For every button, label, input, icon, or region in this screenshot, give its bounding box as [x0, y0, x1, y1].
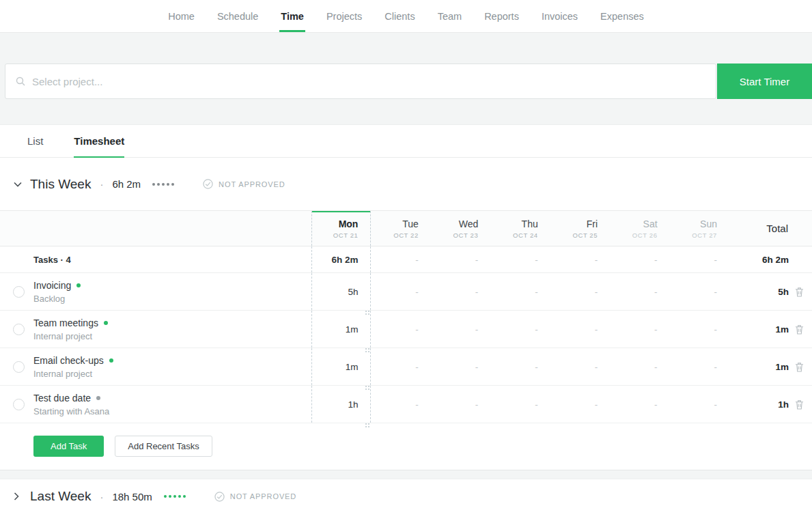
delete-task-icon[interactable]: [795, 399, 804, 410]
time-cell-fri[interactable]: -: [550, 386, 610, 423]
task-timer-radio[interactable]: [13, 361, 25, 373]
time-cell-wed[interactable]: -: [431, 311, 490, 348]
delete-task-icon[interactable]: [795, 287, 804, 297]
column-header-wed: Wed OCT 23: [431, 211, 490, 246]
time-cell-sat[interactable]: -: [610, 311, 669, 348]
column-header-sun: Sun OCT 27: [670, 211, 729, 246]
time-cell-tue[interactable]: -: [371, 273, 430, 310]
task-column-header: [0, 211, 311, 246]
task-total: 1m: [729, 348, 812, 385]
start-timer-button[interactable]: Start Timer: [717, 63, 812, 99]
check-circle-icon: [203, 179, 213, 189]
task-name: Invoicing: [33, 280, 81, 291]
task-row: Test due date Starting with Asana 1h - -…: [0, 386, 812, 423]
task-name: Test due date: [33, 393, 109, 404]
time-cell-fri[interactable]: -: [550, 348, 610, 385]
task-total: 1h: [729, 386, 812, 423]
time-cell-thu[interactable]: -: [490, 386, 550, 423]
tab-list[interactable]: List: [27, 125, 43, 157]
approval-status-badge: NOT APPROVED: [203, 179, 285, 189]
delete-task-icon[interactable]: [795, 362, 804, 372]
nav-item-invoices[interactable]: Invoices: [540, 0, 579, 32]
last-week-card: Last Week · 18h 50m NOT APPROVED: [0, 479, 812, 523]
time-cell-mon[interactable]: 1h: [311, 386, 371, 423]
column-header-sat: Sat OCT 26: [610, 211, 669, 246]
time-cell-sat[interactable]: -: [610, 348, 669, 385]
time-cell-tue[interactable]: -: [371, 311, 430, 348]
time-cell-sun[interactable]: -: [670, 386, 729, 423]
approval-status-badge: NOT APPROVED: [214, 492, 296, 502]
task-status-dot: [96, 396, 100, 400]
time-cell-wed[interactable]: -: [431, 348, 490, 385]
task-timer-radio[interactable]: [13, 286, 25, 298]
summary-total: 6h 2m: [729, 246, 812, 272]
time-cell-wed[interactable]: -: [431, 386, 490, 423]
summary-cell-sat: -: [610, 246, 669, 272]
separator-dot: ·: [100, 491, 103, 503]
this-week-header: This Week · 6h 2m NOT APPROVED: [0, 158, 812, 210]
last-week-header: Last Week · 18h 50m NOT APPROVED: [0, 479, 812, 513]
timesheet-header-row: Mon OCT 21 Tue OCT 22 Wed OCT 23 Thu OCT…: [0, 210, 812, 246]
nav-item-projects[interactable]: Projects: [325, 0, 363, 32]
project-select-input[interactable]: [32, 76, 705, 87]
expand-week-chevron-icon[interactable]: [14, 492, 30, 500]
nav-item-home[interactable]: Home: [167, 0, 196, 32]
week-total-hours: 18h 50m: [112, 491, 152, 503]
time-cell-mon[interactable]: 1m: [311, 311, 371, 348]
week-activity-dots: [152, 183, 174, 186]
nav-item-schedule[interactable]: Schedule: [216, 0, 260, 32]
time-cell-fri[interactable]: -: [550, 273, 610, 310]
separator-dot: ·: [100, 178, 103, 190]
delete-task-icon[interactable]: [795, 324, 804, 335]
nav-item-time[interactable]: Time: [279, 0, 305, 32]
time-cell-sun[interactable]: -: [670, 273, 729, 310]
task-info: Email check-ups Internal project: [0, 348, 311, 385]
column-header-mon: Mon OCT 21: [311, 211, 371, 246]
column-header-thu: Thu OCT 24: [490, 211, 550, 246]
task-info: Invoicing Backlog: [0, 273, 311, 310]
task-info: Team meetings Internal project: [0, 311, 311, 348]
time-cell-mon[interactable]: 5h: [311, 273, 371, 310]
summary-cell-tue: -: [371, 246, 430, 272]
nav-item-team[interactable]: Team: [436, 0, 463, 32]
time-cell-wed[interactable]: -: [431, 273, 490, 310]
nav-item-reports[interactable]: Reports: [483, 0, 520, 32]
collapse-week-chevron-icon[interactable]: [14, 182, 30, 187]
approval-status-text: NOT APPROVED: [230, 492, 296, 500]
summary-cell-wed: -: [431, 246, 490, 272]
time-cell-sun[interactable]: -: [670, 311, 729, 348]
tasks-summary-row: Tasks · 4 6h 2m - - - - - - 6h 2m: [0, 246, 812, 273]
task-name: Team meetings: [33, 317, 108, 328]
project-select-box[interactable]: [5, 63, 716, 99]
time-cell-thu[interactable]: -: [490, 273, 550, 310]
time-cell-thu[interactable]: -: [490, 348, 550, 385]
add-recent-tasks-button[interactable]: Add Recent Tasks: [115, 436, 212, 457]
time-cell-tue[interactable]: -: [371, 348, 430, 385]
week-total-hours: 6h 2m: [112, 178, 141, 190]
nav-item-expenses[interactable]: Expenses: [599, 0, 645, 32]
task-project: Backlog: [33, 294, 81, 304]
tab-timesheet[interactable]: Timesheet: [74, 125, 124, 157]
time-cell-fri[interactable]: -: [550, 311, 610, 348]
time-cell-sun[interactable]: -: [670, 348, 729, 385]
time-cell-tue[interactable]: -: [371, 386, 430, 423]
add-task-button[interactable]: Add Task: [33, 436, 104, 457]
task-total: 1m: [729, 311, 812, 348]
column-header-fri: Fri OCT 25: [550, 211, 610, 246]
task-timer-radio[interactable]: [13, 399, 25, 410]
time-cell-mon[interactable]: 1m: [311, 348, 371, 385]
task-timer-radio[interactable]: [13, 324, 25, 335]
summary-cell-sun: -: [670, 246, 729, 272]
task-project: Internal project: [33, 369, 113, 379]
tasks-count-label: Tasks · 4: [0, 246, 311, 272]
week-title: Last Week: [30, 489, 91, 504]
view-tabs: List Timesheet: [0, 125, 812, 158]
nav-item-clients[interactable]: Clients: [383, 0, 416, 32]
time-cell-sat[interactable]: -: [610, 273, 669, 310]
check-circle-icon: [214, 492, 225, 502]
task-row: Team meetings Internal project 1m - - - …: [0, 311, 812, 348]
time-cell-thu[interactable]: -: [490, 311, 550, 348]
task-status-dot: [104, 321, 108, 325]
time-cell-sat[interactable]: -: [610, 386, 669, 423]
week-title: This Week: [30, 177, 91, 192]
